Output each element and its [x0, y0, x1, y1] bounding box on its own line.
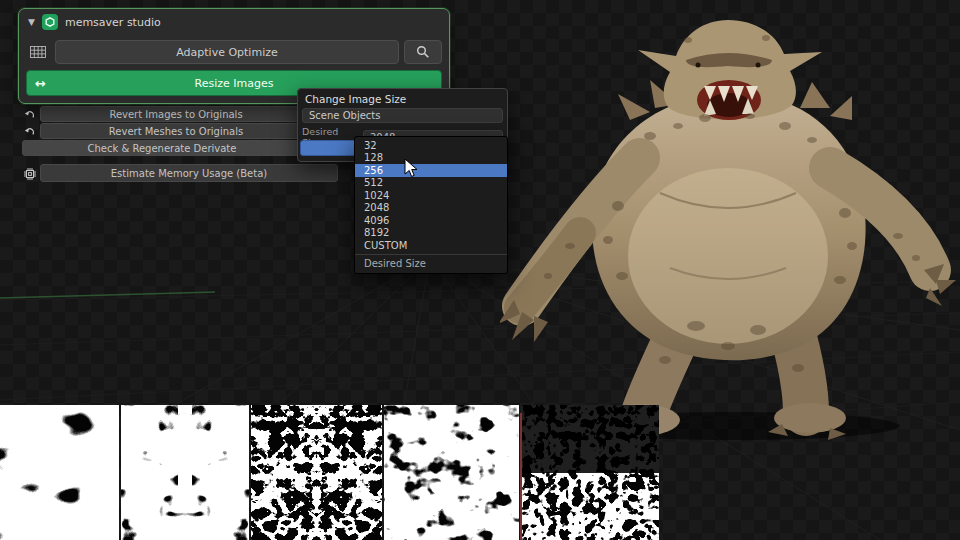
- check-regenerate-button[interactable]: Check & Regenerate Derivate: [22, 140, 302, 156]
- y-axis-line: [0, 292, 215, 298]
- resize-images-label: Resize Images: [195, 77, 274, 90]
- menu-option-256[interactable]: 256: [355, 164, 507, 177]
- cpu-icon: [23, 167, 36, 180]
- texture-thumbnail-5[interactable]: [521, 405, 659, 540]
- panel-title: memsaver studio: [65, 16, 161, 29]
- search-button[interactable]: [404, 40, 442, 64]
- x-axis-line: [520, 413, 522, 540]
- texture-thumbnail-2[interactable]: [121, 405, 249, 540]
- texture-thumbnail-1[interactable]: [0, 405, 119, 540]
- menu-option-128[interactable]: 128: [355, 152, 507, 165]
- search-icon: [416, 45, 430, 59]
- menu-option-8192[interactable]: 8192: [355, 227, 507, 240]
- revert-images-button[interactable]: Revert Images to Originals: [40, 106, 312, 122]
- resize-arrows-icon: ↔: [35, 71, 46, 95]
- menu-option-512[interactable]: 512: [355, 177, 507, 190]
- undo-icon: [23, 125, 36, 138]
- texture-strip: [0, 405, 659, 540]
- estimate-memory-button[interactable]: Estimate Memory Usage (Beta): [40, 164, 338, 182]
- menu-option-4096[interactable]: 4096: [355, 214, 507, 227]
- scene-objects-field[interactable]: Scene Objects: [302, 108, 503, 123]
- collapse-chevron-icon[interactable]: ▼: [28, 17, 35, 27]
- size-options-menu: 32 128 256 512 1024 2048 4096 8192 CUSTO…: [354, 136, 508, 274]
- grid-icon-button[interactable]: [26, 40, 50, 64]
- texture-thumbnail-4[interactable]: [384, 405, 519, 540]
- menu-option-1024[interactable]: 1024: [355, 189, 507, 202]
- menu-option-custom[interactable]: CUSTOM: [355, 239, 507, 252]
- menu-option-32[interactable]: 32: [355, 139, 507, 152]
- texture-thumbnail-3[interactable]: [251, 405, 382, 540]
- dialog-title: Change Image Size: [298, 89, 507, 107]
- menu-option-2048[interactable]: 2048: [355, 202, 507, 215]
- undo-icon: [23, 108, 36, 121]
- memsaver-logo-icon: [42, 14, 58, 30]
- mouse-cursor: [404, 158, 420, 180]
- adaptive-optimize-button[interactable]: Adaptive Optimize: [55, 40, 399, 64]
- grid-icon: [30, 46, 46, 58]
- revert-meshes-button[interactable]: Revert Meshes to Originals: [40, 123, 312, 139]
- monster-model[interactable]: [500, 8, 960, 440]
- menu-footer-label: Desired Size: [355, 254, 507, 273]
